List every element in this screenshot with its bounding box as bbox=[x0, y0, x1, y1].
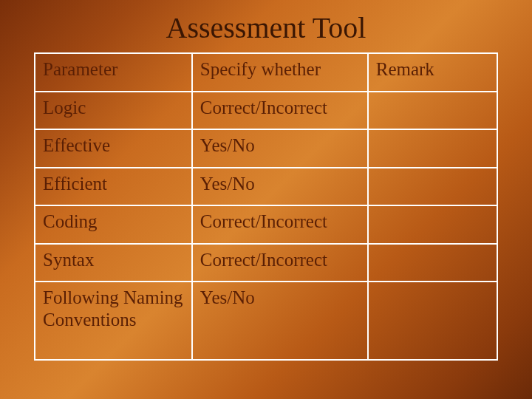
table-row: Syntax Correct/Incorrect bbox=[35, 244, 497, 282]
cell-parameter: Following Naming Conventions bbox=[35, 282, 192, 360]
cell-remark bbox=[368, 129, 497, 168]
table-header-row: Parameter Specify whether Remark bbox=[35, 53, 497, 92]
cell-remark bbox=[368, 205, 497, 244]
cell-remark bbox=[368, 244, 497, 282]
cell-specify: Yes/No bbox=[192, 129, 368, 168]
col-header-parameter: Parameter bbox=[35, 53, 192, 92]
table-row: Coding Correct/Incorrect bbox=[35, 205, 497, 244]
cell-remark bbox=[368, 282, 497, 360]
table-row: Effective Yes/No bbox=[35, 129, 497, 168]
col-header-remark: Remark bbox=[368, 53, 497, 92]
cell-specify: Correct/Incorrect bbox=[192, 244, 368, 282]
cell-parameter: Logic bbox=[35, 92, 192, 130]
cell-remark bbox=[368, 168, 497, 206]
cell-specify: Correct/Incorrect bbox=[192, 92, 368, 130]
cell-specify: Correct/Incorrect bbox=[192, 205, 368, 244]
table-row: Following Naming Conventions Yes/No bbox=[35, 282, 497, 360]
assessment-table-wrap: Parameter Specify whether Remark Logic C… bbox=[34, 52, 498, 361]
page-title: Assessment Tool bbox=[0, 0, 532, 52]
cell-parameter: Effective bbox=[35, 129, 192, 168]
cell-parameter: Efficient bbox=[35, 168, 192, 206]
cell-parameter: Coding bbox=[35, 205, 192, 244]
cell-specify: Yes/No bbox=[192, 282, 368, 360]
slide: Assessment Tool Parameter Specify whethe… bbox=[0, 0, 532, 399]
cell-remark bbox=[368, 92, 497, 130]
assessment-table: Parameter Specify whether Remark Logic C… bbox=[34, 52, 498, 361]
col-header-specify: Specify whether bbox=[192, 53, 368, 92]
cell-specify: Yes/No bbox=[192, 168, 368, 206]
cell-parameter: Syntax bbox=[35, 244, 192, 282]
table-row: Logic Correct/Incorrect bbox=[35, 92, 497, 130]
table-row: Efficient Yes/No bbox=[35, 168, 497, 206]
